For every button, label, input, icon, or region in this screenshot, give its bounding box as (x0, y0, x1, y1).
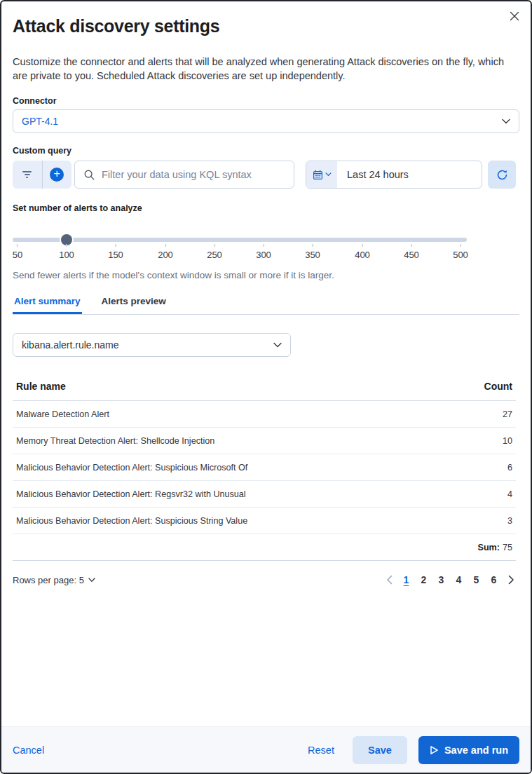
alert-summary-table: Rule name Count Malware Detection Alert … (13, 374, 516, 561)
refresh-button[interactable] (488, 161, 516, 189)
previous-page-icon[interactable] (381, 571, 397, 589)
add-filter-button[interactable]: + (42, 161, 72, 189)
slider-help-text: Send fewer alerts if the model's context… (13, 270, 519, 280)
refresh-icon (496, 169, 508, 181)
field-selector-value: kibana.alert.rule.name (22, 339, 273, 351)
slider-tick: 300 (256, 244, 271, 260)
search-icon (83, 169, 95, 181)
connector-select[interactable]: GPT-4.1 (13, 109, 519, 133)
sum-label: Sum: (478, 543, 500, 552)
calendar-icon (313, 170, 323, 180)
column-header-count: Count (467, 381, 516, 392)
slider-tick: 50 (13, 244, 22, 260)
alerts-slider: 50 100 150 200 250 300 350 400 450 500 (13, 232, 467, 263)
cancel-button[interactable]: Cancel (13, 745, 44, 756)
column-header-rule-name: Rule name (13, 381, 467, 392)
count-cell: 6 (467, 463, 516, 473)
slider-tick: 200 (158, 244, 173, 260)
tabs: Alert summary Alerts preview (13, 294, 519, 315)
table-row: Malicious Behavior Detection Alert: Susp… (13, 454, 516, 481)
date-picker-toggle[interactable] (306, 161, 337, 188)
plus-in-circle-icon: + (50, 168, 64, 182)
table-row: Memory Threat Detection Alert: Shellcode… (13, 428, 516, 454)
footer-actions: Reset Save Save and run (308, 736, 519, 764)
filter-lines-icon (22, 171, 32, 178)
table-row: Malicious Behavior Detection Alert: Susp… (13, 508, 516, 534)
slider-track[interactable] (13, 238, 467, 242)
page-button-6[interactable]: 6 (485, 571, 503, 589)
rows-per-page-button[interactable]: Rows per page: 5 (13, 575, 95, 585)
slider-tick: 150 (108, 244, 123, 260)
slider-tick: 250 (207, 244, 222, 260)
reset-button[interactable]: Reset (308, 745, 334, 756)
rule-name-cell: Malware Detection Alert (13, 409, 467, 419)
page-button-4[interactable]: 4 (450, 571, 468, 589)
filter-icon[interactable] (13, 161, 42, 189)
slider-tick: 450 (404, 244, 419, 260)
table-row: Malware Detection Alert 27 (13, 401, 516, 428)
page-button-3[interactable]: 3 (432, 571, 450, 589)
count-cell: 27 (467, 409, 516, 419)
tab-alerts-preview[interactable]: Alerts preview (100, 294, 168, 314)
rule-name-cell: Memory Threat Detection Alert: Shellcode… (13, 436, 467, 446)
sum-value: 75 (503, 543, 516, 552)
chevron-down-icon (325, 172, 332, 177)
table-header-row: Rule name Count (13, 374, 516, 401)
rule-name-cell: Malicious Behavior Detection Alert: Susp… (13, 463, 467, 473)
slider-tick: 100 (59, 244, 74, 260)
count-cell: 3 (467, 516, 516, 526)
kql-search-input[interactable] (102, 169, 285, 180)
pager: 1 2 3 4 5 6 (381, 571, 519, 589)
chevron-down-icon (502, 118, 510, 124)
count-cell: 10 (467, 436, 516, 446)
date-picker: Last 24 hours (306, 161, 482, 189)
slider-tick: 500 (453, 244, 468, 260)
connector-label: Connector (13, 95, 519, 107)
page-title: Attack discovery settings (13, 15, 519, 36)
table-sum-row: Sum: 75 (13, 534, 516, 561)
connector-selected-value: GPT-4.1 (22, 116, 502, 127)
table-row: Malicious Behavior Detection Alert: Regs… (13, 481, 516, 508)
tab-alert-summary[interactable]: Alert summary (13, 294, 82, 314)
slider-tick: 400 (355, 244, 370, 260)
close-icon[interactable] (507, 8, 522, 24)
count-cell: 4 (467, 489, 516, 499)
attack-discovery-settings-flyout: Attack discovery settings Customize the … (0, 0, 532, 774)
alerts-slider-label: Set number of alerts to analyze (13, 203, 519, 214)
slider-tick: 350 (305, 244, 320, 260)
save-and-run-label: Save and run (444, 745, 508, 756)
custom-query-row: + (13, 161, 519, 189)
play-icon (430, 745, 439, 755)
chevron-down-icon (88, 578, 95, 583)
save-and-run-button[interactable]: Save and run (418, 736, 519, 764)
filter-controls: + (13, 161, 71, 189)
flyout-footer: Cancel Reset Save Save and run (1, 726, 531, 773)
custom-query-label: Custom query (13, 145, 519, 156)
chevron-down-icon (273, 342, 282, 348)
field-selector[interactable]: kibana.alert.rule.name (13, 333, 291, 357)
rule-name-cell: Malicious Behavior Detection Alert: Susp… (13, 516, 467, 526)
save-button[interactable]: Save (353, 736, 407, 764)
page-button-1[interactable]: 1 (397, 571, 415, 589)
kql-search-box (74, 161, 294, 189)
dialog-description: Customize the connector and alerts that … (13, 55, 513, 83)
pagination-row: Rows per page: 5 1 2 3 4 5 6 (13, 568, 519, 592)
page-button-5[interactable]: 5 (468, 571, 485, 589)
time-range-button[interactable]: Last 24 hours (337, 161, 482, 188)
rows-per-page-label: Rows per page: 5 (13, 575, 84, 585)
next-page-icon[interactable] (503, 571, 519, 589)
rule-name-cell: Malicious Behavior Detection Alert: Regs… (13, 489, 467, 499)
page-button-2[interactable]: 2 (415, 571, 432, 589)
